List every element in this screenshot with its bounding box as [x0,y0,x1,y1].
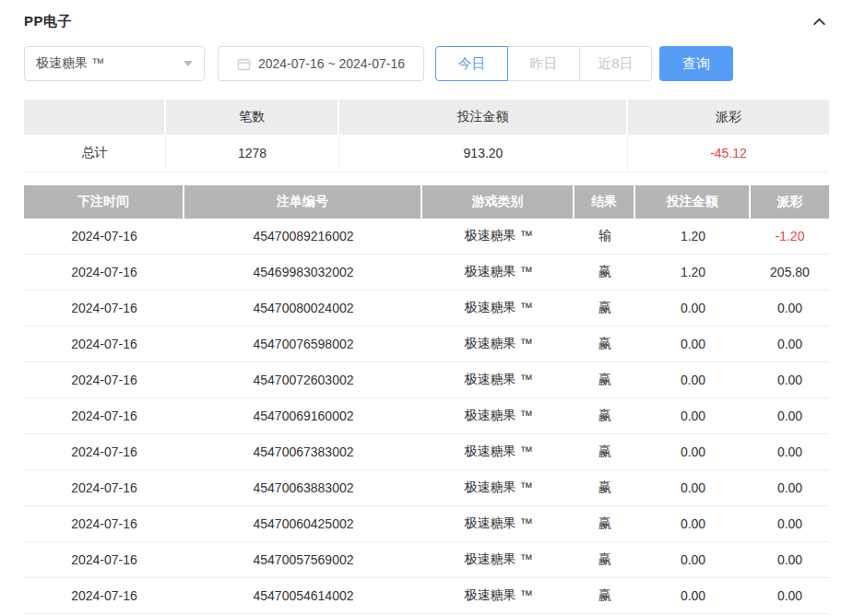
cell-game-type: 极速糖果 ™ [422,255,575,290]
cell-game-type: 极速糖果 ™ [422,470,575,505]
table-row: 2024-07-16 45469983032002 极速糖果 ™ 赢 1.20 … [24,255,829,290]
cell-payout: 0.00 [751,290,829,326]
cell-payout: 0.00 [751,506,829,541]
quick-range-group: 今日 昨日 近8日 [435,46,652,81]
cell-game-type: 极速糖果 ™ [422,362,575,397]
cell-payout: 0.00 [751,578,829,613]
caret-down-icon [184,61,193,66]
cell-result: 赢 [575,434,635,469]
cell-game-type: 极速糖果 ™ [422,434,575,469]
game-select-value: 极速糖果 ™ [36,55,104,72]
cell-bet-amount: 0.00 [635,434,751,469]
page-title: PP电子 [24,13,72,30]
col-header-game-type: 游戏类别 [422,185,575,219]
cell-bet-time: 2024-07-16 [24,362,184,397]
col-header-result: 结果 [575,185,635,219]
cell-bet-time: 2024-07-16 [24,290,184,326]
cell-bet-time: 2024-07-16 [24,578,184,613]
summary-header-blank [24,100,166,135]
cell-payout: 0.00 [751,542,829,577]
cell-result: 赢 [575,398,635,433]
cell-payout: -1.20 [751,219,829,254]
cell-order-id: 45469983032002 [184,255,422,290]
cell-order-id: 45470063883002 [184,470,422,505]
pp-games-panel: PP电子 极速糖果 ™ 2024-07-16 ~ 2024-07-16 今日 昨… [0,0,853,614]
cell-bet-time: 2024-07-16 [24,219,184,254]
table-row: 2024-07-16 45470076598002 极速糖果 ™ 赢 0.00 … [24,326,829,362]
table-row: 2024-07-16 45470072603002 极速糖果 ™ 赢 0.00 … [24,362,829,398]
quick-btn-today[interactable]: 今日 [435,46,508,81]
cell-bet-time: 2024-07-16 [24,506,184,541]
panel-header: PP电子 [24,9,829,33]
summary-header-payout: 派彩 [628,100,829,135]
date-range-picker[interactable]: 2024-07-16 ~ 2024-07-16 [218,46,424,81]
cell-result: 赢 [575,542,635,577]
cell-order-id: 45470057569002 [184,542,422,577]
table-row: 2024-07-16 45470054614002 极速糖果 ™ 赢 0.00 … [24,578,829,614]
cell-game-type: 极速糖果 ™ [422,398,575,433]
cell-bet-time: 2024-07-16 [24,542,184,577]
cell-result: 赢 [575,326,635,361]
cell-payout: 205.80 [751,255,829,290]
summary-total-label: 总计 [24,135,166,172]
cell-payout: 0.00 [751,434,829,469]
cell-result: 赢 [575,255,635,290]
cell-bet-time: 2024-07-16 [24,398,184,433]
summary-total-row: 总计 1278 913.20 -45.12 [24,135,829,172]
summary-header-row: 笔数 投注金额 派彩 [24,100,829,135]
cell-bet-time: 2024-07-16 [24,434,184,469]
calendar-icon [237,57,251,71]
cell-bet-amount: 0.00 [635,326,751,361]
cell-result: 赢 [575,290,635,326]
cell-bet-amount: 0.00 [635,362,751,397]
cell-order-id: 45470080024002 [184,290,422,326]
cell-bet-amount: 0.00 [635,470,751,505]
cell-payout: 0.00 [751,470,829,505]
table-row: 2024-07-16 45470060425002 极速糖果 ™ 赢 0.00 … [24,506,829,542]
cell-order-id: 45470067383002 [184,434,422,469]
chevron-up-icon [812,14,827,30]
cell-game-type: 极速糖果 ™ [422,506,575,541]
cell-order-id: 45470069160002 [184,398,422,433]
search-button[interactable]: 查询 [659,46,733,81]
cell-order-id: 45470060425002 [184,506,422,541]
col-header-bet-time: 下注时间 [24,185,184,219]
cell-payout: 0.00 [751,362,829,397]
cell-order-id: 45470076598002 [184,326,422,361]
filter-bar: 极速糖果 ™ 2024-07-16 ~ 2024-07-16 今日 昨日 近8日… [24,46,829,81]
cell-result: 赢 [575,362,635,397]
table-row: 2024-07-16 45470080024002 极速糖果 ™ 赢 0.00 … [24,290,829,326]
summary-count-value: 1278 [166,135,339,172]
cell-bet-amount: 0.00 [635,578,751,613]
cell-game-type: 极速糖果 ™ [422,219,575,254]
cell-result: 赢 [575,506,635,541]
bet-records-table: 下注时间 注单编号 游戏类别 结果 投注金额 派彩 2024-07-16 454… [24,185,829,614]
cell-bet-amount: 0.00 [635,506,751,541]
col-header-bet-amount: 投注金额 [635,185,751,219]
bet-table-body: 2024-07-16 45470089216002 极速糖果 ™ 输 1.20 … [24,219,829,614]
table-row: 2024-07-16 45470057569002 极速糖果 ™ 赢 0.00 … [24,542,829,578]
cell-order-id: 45470072603002 [184,362,422,397]
cell-bet-amount: 1.20 [635,219,751,254]
col-header-payout: 派彩 [751,185,829,219]
cell-result: 赢 [575,578,635,613]
cell-payout: 0.00 [751,398,829,433]
cell-game-type: 极速糖果 ™ [422,326,575,361]
table-row: 2024-07-16 45470067383002 极速糖果 ™ 赢 0.00 … [24,434,829,470]
cell-bet-amount: 0.00 [635,542,751,577]
game-select[interactable]: 极速糖果 ™ [24,46,205,81]
cell-result: 输 [575,219,635,254]
bet-table-header: 下注时间 注单编号 游戏类别 结果 投注金额 派彩 [24,185,829,219]
summary-payout-value: -45.12 [628,135,829,172]
collapse-button[interactable] [809,11,829,31]
summary-bet-amount-value: 913.20 [339,135,628,172]
quick-btn-yesterday[interactable]: 昨日 [507,46,580,81]
table-row: 2024-07-16 45470063883002 极速糖果 ™ 赢 0.00 … [24,470,829,506]
cell-bet-amount: 0.00 [635,290,751,326]
cell-order-id: 45470089216002 [184,219,422,254]
cell-result: 赢 [575,470,635,505]
quick-btn-last8days[interactable]: 近8日 [579,46,652,81]
cell-order-id: 45470054614002 [184,578,422,613]
cell-bet-amount: 1.20 [635,255,751,290]
summary-table: 笔数 投注金额 派彩 总计 1278 913.20 -45.12 [24,100,829,172]
